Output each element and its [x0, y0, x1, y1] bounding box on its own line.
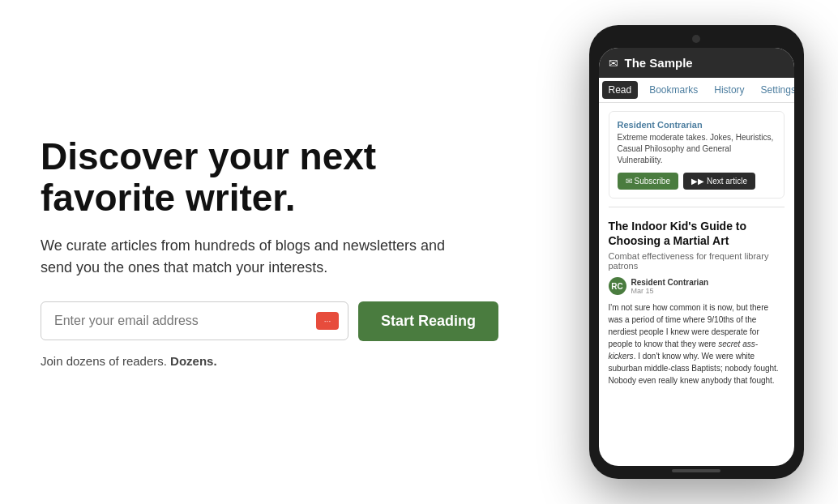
author-name: Resident Contrarian [631, 278, 709, 287]
newsletter-actions: ✉ Subscribe ▶▶ Next article [618, 173, 776, 190]
newsletter-card: Resident Contrarian Extreme moderate tak… [609, 111, 785, 199]
nav-bookmarks[interactable]: Bookmarks [641, 78, 706, 102]
next-article-button[interactable]: ▶▶ Next article [683, 173, 755, 190]
nav-history[interactable]: History [706, 78, 752, 102]
email-input-wrapper: ··· [41, 301, 348, 340]
nav-settings[interactable]: Settings [753, 78, 794, 102]
join-text: Join dozens of readers. Dozens. [41, 354, 538, 368]
app-nav: Read Bookmarks History Settings [599, 78, 794, 103]
author-info: Resident Contrarian Mar 15 [631, 278, 709, 295]
app-content: Resident Contrarian Extreme moderate tak… [599, 103, 794, 466]
article-title: The Indoor Kid's Guide to Choosing a Mar… [609, 219, 785, 248]
subtext: We curate articles from hundreds of blog… [41, 235, 446, 279]
phone-home-bar [672, 469, 720, 472]
divider [609, 207, 785, 207]
author-avatar: RC [609, 277, 626, 295]
nav-read[interactable]: Read [602, 81, 639, 99]
phone-screen: ✉ The Sample Read Bookmarks History Sett… [599, 48, 794, 466]
phone-outer: ✉ The Sample Read Bookmarks History Sett… [589, 25, 804, 479]
article-author-row: RC Resident Contrarian Mar 15 [609, 277, 785, 295]
newsletter-name: Resident Contrarian [618, 120, 776, 130]
app-header: ✉ The Sample [599, 48, 794, 78]
left-section: Discover your next favorite writer. We c… [0, 104, 579, 399]
newsletter-desc: Extreme moderate takes. Jokes, Heuristic… [618, 132, 776, 166]
article-date: Mar 15 [631, 287, 709, 295]
phone-mockup-section: ✉ The Sample Read Bookmarks History Sett… [579, 9, 838, 495]
article-body: I'm not sure how common it is now, but t… [609, 301, 785, 387]
subscribe-button[interactable]: ✉ Subscribe [618, 173, 678, 190]
envelope-icon: ✉ [609, 57, 618, 70]
phone-camera [692, 35, 700, 43]
email-input[interactable] [41, 301, 348, 340]
cta-row: ··· Start Reading [41, 301, 538, 341]
article-subtitle: Combat effectiveness for frequent librar… [609, 251, 785, 271]
app-title: The Sample [625, 56, 693, 70]
headline: Discover your next favorite writer. [41, 136, 462, 218]
article-card: The Indoor Kid's Guide to Choosing a Mar… [609, 212, 785, 393]
start-reading-button[interactable]: Start Reading [358, 301, 498, 341]
play-icon: ▶▶ [691, 177, 704, 186]
email-dots-icon: ··· [316, 312, 339, 330]
envelope-small-icon: ✉ [626, 177, 632, 186]
